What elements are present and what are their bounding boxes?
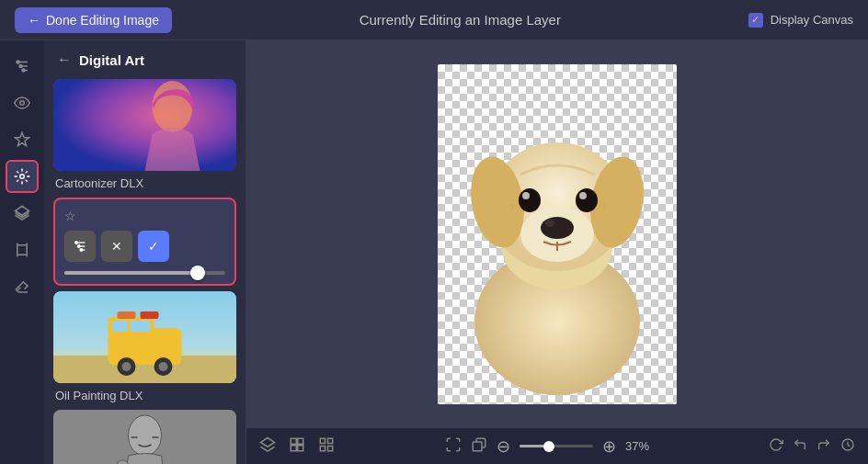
canvas-area: ⊖ ⊕ 37% xyxy=(246,40,868,464)
svg-rect-58 xyxy=(298,445,303,450)
crop-icon-btn[interactable] xyxy=(6,233,39,266)
display-canvas-label: Display Canvas xyxy=(771,13,853,27)
zoom-in-button[interactable]: ⊕ xyxy=(602,436,616,457)
redo-icon[interactable] xyxy=(817,437,831,456)
svg-point-17 xyxy=(153,81,193,132)
history-icon[interactable] xyxy=(840,437,855,456)
main-area: ← Digital Art xyxy=(0,40,868,464)
fit-screen-icon[interactable] xyxy=(445,436,462,457)
filter-card-active: ☆ ✕ ✓ xyxy=(53,198,236,286)
filter-label-oil-painting: Oil Painting DLX xyxy=(53,389,236,402)
filter-cancel-button[interactable]: ✕ xyxy=(101,231,132,262)
svg-point-21 xyxy=(75,242,78,244)
undo-icon[interactable] xyxy=(793,437,807,456)
svg-point-33 xyxy=(159,362,168,371)
effects-panel: ← Digital Art xyxy=(44,40,246,464)
display-canvas-checkbox[interactable]: ✓ xyxy=(748,13,763,28)
filter-card-cartoonizer[interactable] xyxy=(53,79,236,171)
svg-point-50 xyxy=(522,192,530,199)
svg-rect-61 xyxy=(320,446,325,450)
sidebar-icons xyxy=(0,40,44,464)
svg-rect-60 xyxy=(328,438,333,443)
done-editing-button[interactable]: ← Done Editing Image xyxy=(15,7,172,33)
svg-rect-59 xyxy=(320,438,325,443)
svg-rect-28 xyxy=(113,321,128,332)
svg-point-5 xyxy=(22,69,25,72)
zoom-controls: ⊖ ⊕ 37% xyxy=(445,436,658,457)
svg-point-22 xyxy=(77,245,80,248)
svg-point-8 xyxy=(20,175,25,179)
zoom-out-button[interactable]: ⊖ xyxy=(497,436,510,457)
adjust-icon-btn[interactable] xyxy=(6,50,39,83)
layers-bottom-icon[interactable] xyxy=(259,436,276,457)
filter-controls: ✕ ✓ xyxy=(64,231,225,262)
transform2-icon[interactable] xyxy=(471,436,487,457)
arrow-left-icon: ← xyxy=(28,13,40,28)
svg-rect-56 xyxy=(298,438,303,444)
svg-rect-16 xyxy=(53,79,236,171)
svg-point-47 xyxy=(541,217,574,239)
svg-rect-63 xyxy=(473,442,482,451)
svg-marker-7 xyxy=(16,133,29,146)
svg-point-48 xyxy=(545,220,554,227)
svg-rect-55 xyxy=(291,438,296,444)
filter-thumb-sketch xyxy=(53,410,236,464)
canvas-image-wrap xyxy=(438,64,677,404)
erase-icon-btn[interactable] xyxy=(6,270,39,303)
svg-point-23 xyxy=(80,249,83,252)
svg-rect-40 xyxy=(118,460,129,464)
grid-bottom-icon[interactable] xyxy=(318,436,335,457)
filter-intensity-slider[interactable] xyxy=(64,271,225,275)
zoom-percent: 37% xyxy=(625,439,658,453)
svg-rect-62 xyxy=(328,446,333,450)
transform-bottom-icon[interactable] xyxy=(289,436,305,457)
refresh-icon[interactable] xyxy=(769,437,783,456)
bottom-bar: ⊖ ⊕ 37% xyxy=(246,427,868,464)
eye-icon-btn[interactable] xyxy=(6,86,39,119)
canvas-viewport[interactable] xyxy=(246,40,868,427)
zoom-slider-fill xyxy=(520,445,545,447)
svg-rect-29 xyxy=(131,321,151,332)
effects-icon-btn[interactable] xyxy=(6,160,39,193)
svg-rect-35 xyxy=(141,311,159,319)
top-bar: ← Done Editing Image Currently Editing a… xyxy=(0,0,868,40)
star-icon[interactable]: ☆ xyxy=(64,209,76,223)
layers-icon-btn[interactable] xyxy=(6,197,39,230)
zoom-slider-thumb[interactable] xyxy=(543,441,554,452)
svg-point-49 xyxy=(519,188,541,212)
filter-label-cartoonizer: Cartoonizer DLX xyxy=(53,176,236,190)
svg-rect-34 xyxy=(118,311,136,319)
dog-image xyxy=(438,64,677,404)
slider-track xyxy=(64,271,225,275)
filter-settings-button[interactable] xyxy=(64,231,96,262)
filter-card-sketch[interactable] xyxy=(53,410,236,464)
svg-point-51 xyxy=(576,188,598,212)
svg-point-4 xyxy=(19,65,22,68)
editor-title: Currently Editing an Image Layer xyxy=(360,12,561,28)
magic-icon-btn[interactable] xyxy=(6,123,39,156)
svg-point-52 xyxy=(579,192,587,199)
slider-fill xyxy=(64,271,193,275)
filter-thumb-cartoonizer xyxy=(53,79,236,171)
panel-title: Digital Art xyxy=(79,52,144,68)
bottom-left-tools xyxy=(259,436,335,457)
svg-rect-57 xyxy=(291,445,296,450)
bottom-right-tools xyxy=(769,437,855,456)
slider-thumb[interactable] xyxy=(190,266,205,280)
filter-card-oil-painting[interactable] xyxy=(53,291,236,383)
svg-marker-54 xyxy=(261,437,275,447)
panel-header: ← Digital Art xyxy=(44,40,246,79)
zoom-slider[interactable] xyxy=(520,445,593,447)
panel-back-button[interactable]: ← xyxy=(57,51,72,68)
display-canvas-toggle[interactable]: ✓ Display Canvas xyxy=(748,13,853,28)
filter-active-header: ☆ xyxy=(64,209,225,223)
svg-point-3 xyxy=(17,61,19,63)
svg-point-31 xyxy=(122,362,131,371)
svg-point-37 xyxy=(129,415,162,456)
filter-thumb-oil-painting xyxy=(53,291,236,383)
filter-confirm-button[interactable]: ✓ xyxy=(138,231,169,262)
filter-list: Cartoonizer DLX ☆ ✕ ✓ xyxy=(44,79,246,464)
svg-point-6 xyxy=(20,101,25,106)
svg-rect-10 xyxy=(17,245,28,255)
